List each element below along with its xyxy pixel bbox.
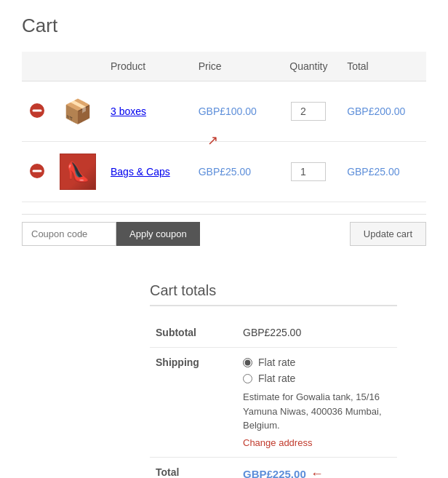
product-quantity bbox=[278, 81, 340, 142]
change-address-link[interactable]: Change address bbox=[243, 437, 312, 448]
product-quantity bbox=[278, 142, 340, 202]
col-price: Price bbox=[191, 52, 278, 81]
remove-button[interactable] bbox=[29, 103, 45, 121]
update-cart-button[interactable]: Update cart bbox=[350, 222, 426, 246]
shipping-option-2-label: Flat rate bbox=[258, 373, 295, 384]
total-label: Total bbox=[150, 457, 237, 478]
remove-icon bbox=[29, 163, 45, 179]
shipping-option-1[interactable]: Flat rate bbox=[243, 356, 391, 368]
subtotal-value: GBP£225.00 bbox=[237, 318, 397, 348]
col-image bbox=[52, 52, 103, 81]
col-quantity: Quantity bbox=[278, 52, 340, 81]
total-amount: GBP£225.00 bbox=[243, 468, 306, 479]
coupon-row: Apply coupon Update cart bbox=[22, 214, 426, 260]
product-image-cell: 👠 bbox=[52, 142, 103, 202]
product-link[interactable]: 3 boxes bbox=[111, 105, 146, 117]
product-name: 3 boxes bbox=[103, 81, 191, 142]
remove-icon bbox=[29, 103, 45, 119]
table-row: 📦3 boxesGBP£100.00↗GBP£200.00 bbox=[22, 81, 426, 142]
col-total: Total bbox=[340, 52, 426, 81]
subtotal-label: Subtotal bbox=[150, 318, 237, 348]
cart-table: Product Price Quantity Total 📦3 boxesGBP… bbox=[22, 52, 426, 202]
shipping-label: Shipping bbox=[150, 348, 237, 458]
shipping-options: Flat rate Flat rate bbox=[243, 356, 391, 384]
product-total: GBP£25.00 bbox=[340, 142, 426, 202]
table-row: 👠Bags & CapsGBP£25.00GBP£25.00 bbox=[22, 142, 426, 202]
shipping-radio-2[interactable] bbox=[243, 374, 252, 383]
remove-cell bbox=[22, 81, 52, 142]
product-image: 👠 bbox=[60, 154, 96, 190]
product-image: 📦 bbox=[60, 93, 96, 130]
total-value-cell: GBP£225.00 ← bbox=[237, 457, 397, 478]
subtotal-row: Subtotal GBP£225.00 bbox=[150, 318, 397, 348]
shipping-options-cell: Flat rate Flat rate Estimate for Gowalia… bbox=[237, 348, 397, 458]
shipping-row: Shipping Flat rate Flat rate Estimate fo… bbox=[150, 348, 397, 458]
quantity-input[interactable] bbox=[291, 102, 326, 121]
quantity-input[interactable] bbox=[291, 162, 326, 181]
product-link[interactable]: Bags & Caps bbox=[111, 166, 170, 178]
shipping-option-1-label: Flat rate bbox=[258, 356, 295, 368]
coupon-input[interactable] bbox=[22, 222, 116, 246]
col-remove bbox=[22, 52, 52, 81]
col-product: Product bbox=[103, 52, 191, 81]
total-row: Total GBP£225.00 ← bbox=[150, 457, 397, 478]
product-image-cell: 📦 bbox=[52, 81, 103, 142]
product-total: GBP£200.00 bbox=[340, 81, 426, 142]
cart-totals-title: Cart totals bbox=[150, 282, 397, 306]
remove-cell bbox=[22, 142, 52, 202]
totals-table: Subtotal GBP£225.00 Shipping Flat rate F… bbox=[150, 318, 397, 478]
shipping-option-2[interactable]: Flat rate bbox=[243, 373, 391, 384]
remove-button[interactable] bbox=[29, 163, 45, 181]
product-price: GBP£25.00 bbox=[191, 142, 278, 202]
apply-coupon-button[interactable]: Apply coupon bbox=[116, 222, 200, 246]
product-price: GBP£100.00↗ bbox=[191, 81, 278, 142]
page-title: Cart bbox=[22, 15, 426, 37]
cart-totals: Cart totals Subtotal GBP£225.00 Shipping… bbox=[150, 282, 397, 478]
coupon-left: Apply coupon bbox=[22, 222, 200, 246]
total-arrow-icon: ← bbox=[311, 466, 324, 479]
shipping-estimate: Estimate for Gowalia tank, 15/16 Yamuna … bbox=[243, 390, 391, 433]
product-name: Bags & Caps bbox=[103, 142, 191, 202]
shipping-radio-1[interactable] bbox=[243, 358, 252, 367]
